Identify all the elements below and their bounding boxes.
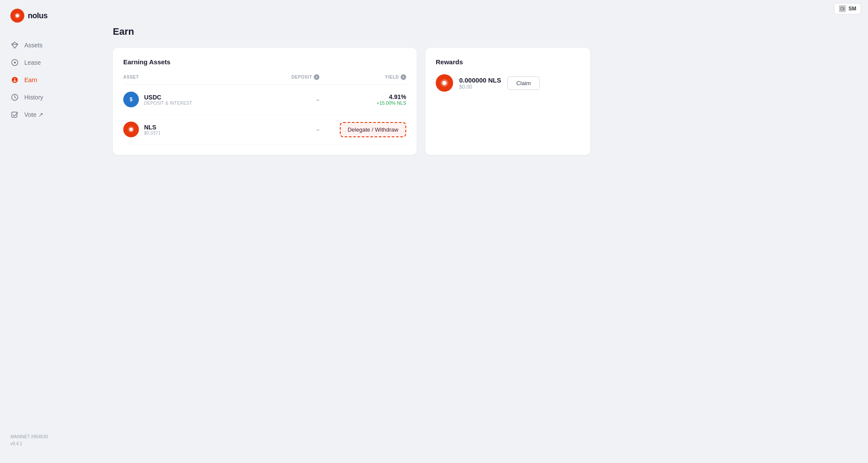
delegate-withdraw-button[interactable]: Delegate / Withdraw xyxy=(340,122,406,137)
asset-name-usdc: USDC xyxy=(144,94,192,101)
page-title: Earn xyxy=(113,26,851,37)
col-asset: ASSET xyxy=(123,74,233,80)
asset-sub-nls: $0.0371 xyxy=(144,131,161,136)
svg-point-11 xyxy=(129,128,133,131)
asset-info-usdc: USDC DEPOSIT & INTEREST xyxy=(144,94,192,106)
earning-assets-title: Earning Assets xyxy=(123,58,406,66)
earning-assets-card: Earning Assets ASSET DEPOSIT i YIELD i $… xyxy=(113,48,417,155)
table-header: ASSET DEPOSIT i YIELD i xyxy=(123,74,406,85)
sidebar-item-lease[interactable]: Lease xyxy=(0,54,95,71)
sidebar-item-assets-label: Assets xyxy=(24,42,43,49)
rewards-usd: $0.00 xyxy=(459,84,501,90)
deposit-nls: – xyxy=(233,126,319,133)
yield-value-usdc: 4.91% xyxy=(319,93,406,100)
svg-rect-9 xyxy=(12,112,17,117)
arrow-right-circle-icon xyxy=(10,58,19,67)
sidebar-item-lease-label: Lease xyxy=(24,59,41,66)
svg-point-3 xyxy=(16,14,19,17)
nls-logo-small xyxy=(123,122,139,137)
col-deposit: DEPOSIT i xyxy=(233,74,319,80)
sidebar: nolus Assets Lease Earn xyxy=(0,0,95,463)
asset-name-nls: NLS xyxy=(144,124,161,131)
svg-rect-1 xyxy=(843,8,844,9)
sidebar-item-assets[interactable]: Assets xyxy=(0,36,95,54)
usdc-logo: $ xyxy=(123,92,139,107)
rewards-title: Rewards xyxy=(436,58,580,66)
sidebar-item-history-label: History xyxy=(24,94,43,101)
table-row: $ USDC DEPOSIT & INTEREST – 4.91% +15.00… xyxy=(123,85,406,115)
sidebar-item-vote-label: Vote ↗ xyxy=(24,111,43,118)
col-yield: YIELD i xyxy=(319,74,406,80)
logo-icon xyxy=(10,9,24,23)
rewards-amount: 0.000000 NLS xyxy=(459,76,501,84)
svg-point-13 xyxy=(442,81,447,85)
table-row: NLS $0.0371 – Delegate / Withdraw xyxy=(123,115,406,145)
check-square-icon xyxy=(10,110,19,119)
rewards-info: 0.000000 NLS $0.00 xyxy=(459,76,501,90)
logo: nolus xyxy=(0,9,95,36)
asset-info-nls: NLS $0.0371 xyxy=(144,124,161,136)
clock-icon xyxy=(10,93,19,102)
yield-usdc: 4.91% +15.00% NLS xyxy=(319,93,406,106)
topbar: SM xyxy=(827,0,868,17)
yield-bonus-usdc: +15.00% NLS xyxy=(319,100,406,106)
diamond-icon xyxy=(10,41,19,50)
avatar-label: SM xyxy=(848,6,856,12)
wallet-icon xyxy=(839,5,846,12)
yield-nls: Delegate / Withdraw xyxy=(319,122,406,137)
nls-logo-rewards xyxy=(436,74,453,92)
asset-cell-nls: NLS $0.0371 xyxy=(123,122,233,137)
sidebar-item-vote[interactable]: Vote ↗ xyxy=(0,106,95,123)
wallet-button[interactable]: SM xyxy=(834,3,861,14)
sidebar-item-earn[interactable]: Earn xyxy=(0,71,95,89)
claim-button[interactable]: Claim xyxy=(507,76,540,90)
version-label: v0.4.1 xyxy=(10,440,85,447)
content-grid: Earning Assets ASSET DEPOSIT i YIELD i $… xyxy=(113,48,590,155)
asset-sub-usdc: DEPOSIT & INTEREST xyxy=(144,101,192,106)
rewards-card: Rewards 0.000000 NLS $0.00 Claim xyxy=(425,48,590,155)
network-label: MAINNET #954630 xyxy=(10,433,85,440)
logo-text: nolus xyxy=(28,11,48,20)
deposit-usdc: – xyxy=(233,96,319,103)
svg-marker-4 xyxy=(12,42,18,48)
yield-info-icon[interactable]: i xyxy=(401,74,406,80)
sidebar-item-earn-label: Earn xyxy=(24,76,37,83)
sidebar-item-history[interactable]: History xyxy=(0,89,95,106)
main-content: Earn Earning Assets ASSET DEPOSIT i YIEL… xyxy=(95,0,868,463)
earn-icon xyxy=(10,76,19,84)
deposit-info-icon[interactable]: i xyxy=(314,74,319,80)
rewards-row: 0.000000 NLS $0.00 Claim xyxy=(436,74,580,92)
nav-footer: MAINNET #954630 v0.4.1 xyxy=(0,427,95,454)
asset-cell-usdc: $ USDC DEPOSIT & INTEREST xyxy=(123,92,233,107)
